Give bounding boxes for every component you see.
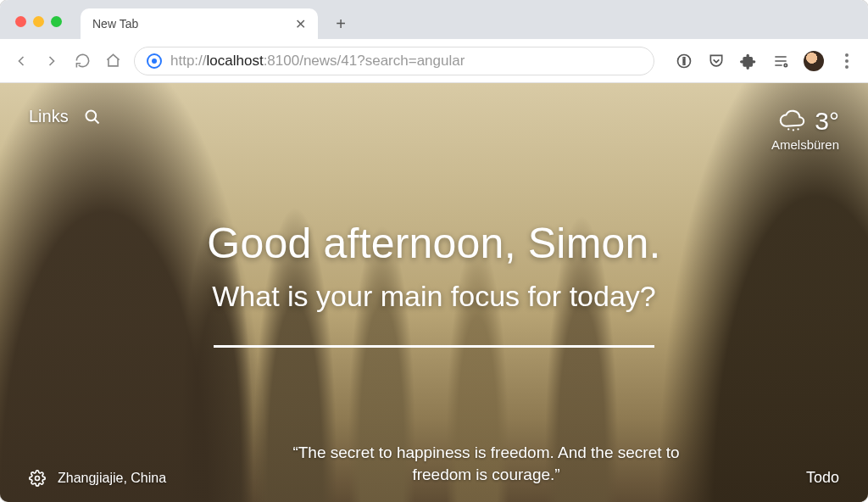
forward-button[interactable]: [42, 52, 61, 70]
onepassword-icon[interactable]: [675, 52, 693, 70]
browser-toolbar: http://localhost:8100/news/41?search=ang…: [0, 39, 868, 83]
new-tab-button[interactable]: +: [326, 8, 355, 39]
svg-line-7: [94, 119, 98, 123]
browser-tab[interactable]: New Tab ✕: [81, 8, 318, 39]
svg-point-9: [793, 129, 794, 131]
photo-location[interactable]: Zhangjiajie, China: [58, 471, 166, 486]
url-text: http://localhost:8100/news/41?search=ang…: [170, 53, 465, 70]
focus-input[interactable]: [214, 345, 654, 348]
tab-title: New Tab: [92, 17, 138, 31]
svg-point-11: [36, 477, 40, 481]
pocket-icon[interactable]: [707, 52, 726, 70]
extensions-icon[interactable]: [739, 52, 758, 70]
daily-quote[interactable]: “The secret to happiness is freedom. And…: [266, 442, 707, 487]
focus-prompt: What is your main focus for today?: [0, 280, 868, 313]
svg-point-6: [86, 110, 96, 120]
new-tab-content: Links 3° Amel: [0, 83, 868, 502]
weather-location: Amelsbüren: [771, 137, 839, 152]
window-minimize-button[interactable]: [33, 16, 44, 27]
greeting-text: Good afternoon, Simon.: [0, 219, 868, 268]
window-traffic-lights: [8, 16, 69, 39]
url-bar[interactable]: http://localhost:8100/news/41?search=ang…: [134, 47, 654, 75]
weather-widget[interactable]: 3° Amelsbüren: [771, 107, 839, 152]
profile-avatar[interactable]: [804, 51, 824, 71]
svg-point-8: [787, 128, 789, 130]
browser-menu-button[interactable]: [837, 52, 856, 70]
window-close-button[interactable]: [15, 16, 26, 27]
settings-gear-icon[interactable]: [29, 470, 46, 487]
search-icon[interactable]: [84, 109, 101, 126]
toolbar-extensions: [675, 51, 856, 71]
svg-rect-1: [683, 57, 685, 64]
tab-bar: New Tab ✕ +: [0, 0, 868, 39]
links-button[interactable]: Links: [29, 107, 69, 126]
svg-point-5: [784, 64, 787, 66]
media-queue-icon[interactable]: [771, 52, 790, 70]
weather-temp: 3°: [815, 107, 839, 136]
reload-button[interactable]: [73, 52, 92, 70]
site-identity-icon[interactable]: [147, 53, 162, 69]
back-button[interactable]: [12, 52, 31, 70]
close-tab-icon[interactable]: ✕: [295, 16, 306, 32]
window-maximize-button[interactable]: [51, 16, 62, 27]
svg-point-10: [798, 128, 799, 130]
todo-button[interactable]: Todo: [806, 469, 839, 487]
weather-cloud-icon: [777, 109, 806, 133]
home-button[interactable]: [103, 52, 122, 70]
browser-window: New Tab ✕ + http://localhost:8100/news/4…: [0, 0, 868, 502]
